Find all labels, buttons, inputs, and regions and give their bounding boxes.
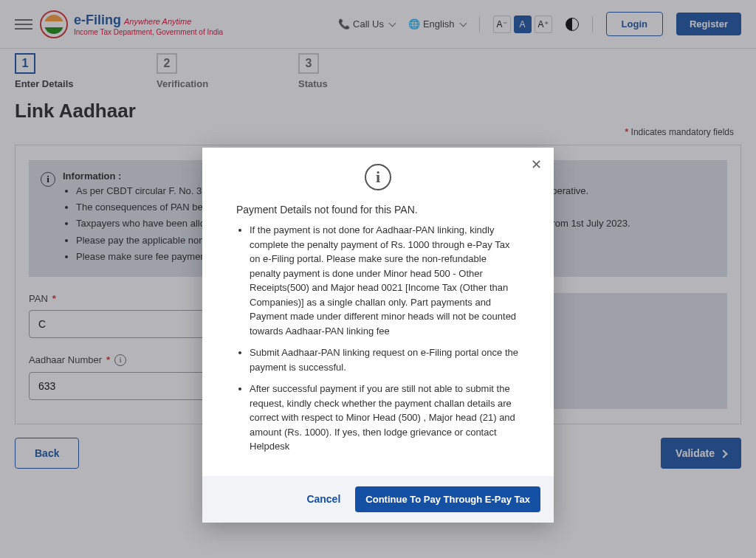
modal-bullet: Submit Aadhaar-PAN linking request on e-…: [250, 345, 520, 374]
continue-epay-button[interactable]: Continue To Pay Through E-Pay Tax: [355, 486, 540, 512]
close-icon[interactable]: ✕: [531, 156, 542, 173]
modal-bullets: If the payment is not done for Aadhaar-P…: [202, 223, 554, 476]
modal-overlay: ✕ i Payment Details not found for this P…: [0, 0, 756, 558]
modal-bullet: If the payment is not done for Aadhaar-P…: [250, 223, 520, 338]
info-icon: i: [365, 164, 391, 190]
payment-not-found-modal: ✕ i Payment Details not found for this P…: [202, 148, 554, 523]
modal-bullet: After successful payment if you are stil…: [250, 382, 520, 454]
modal-actions: Cancel Continue To Pay Through E-Pay Tax: [202, 476, 554, 523]
modal-message: Payment Details not found for this PAN.: [202, 190, 554, 223]
cancel-button[interactable]: Cancel: [306, 493, 340, 505]
